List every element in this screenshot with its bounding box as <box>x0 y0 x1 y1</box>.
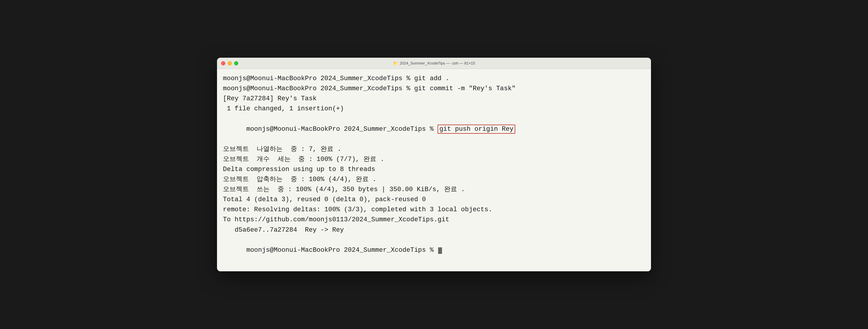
highlighted-git-command: git push origin Rey <box>438 125 515 134</box>
terminal-line-9: 오브젝트 압축하는 중 : 100% (4/4), 완료 . <box>223 175 645 185</box>
terminal-line-15: moonjs@Moonui-MacBookPro 2024_Summer_Xco… <box>223 235 645 265</box>
terminal-line-12: remote: Resolving deltas: 100% (3/3), co… <box>223 205 645 215</box>
terminal-line-6: 오브젝트 나열하는 중 : 7, 완료 . <box>223 144 645 154</box>
terminal-line-7: 오브젝트 개수 세는 중 : 100% (7/7), 완료 . <box>223 154 645 164</box>
minimize-button[interactable] <box>228 61 232 65</box>
maximize-button[interactable] <box>234 61 238 65</box>
terminal-line-4: 1 file changed, 1 insertion(+) <box>223 104 645 114</box>
terminal-line-5: moonjs@Moonui-MacBookPro 2024_Summer_Xco… <box>223 114 645 144</box>
cursor <box>438 247 442 254</box>
terminal-body[interactable]: moonjs@Moonui-MacBookPro 2024_Summer_Xco… <box>217 69 651 271</box>
terminal-window: 📁 2024_Summer_XcodeTips — -zsh — 81×15 m… <box>217 58 651 271</box>
terminal-line-13: To https://github.com/moonjs0113/2024_Su… <box>223 215 645 225</box>
folder-icon: 📁 <box>393 61 398 66</box>
terminal-line-10: 오브젝트 쓰는 중 : 100% (4/4), 350 bytes | 350.… <box>223 185 645 195</box>
close-button[interactable] <box>221 61 225 65</box>
prompt-prefix: moonjs@Moonui-MacBookPro 2024_Summer_Xco… <box>246 125 438 133</box>
window-title: 📁 2024_Summer_XcodeTips — -zsh — 81×15 <box>393 61 475 66</box>
terminal-line-2: moonjs@Moonui-MacBookPro 2024_Summer_Xco… <box>223 84 645 94</box>
terminal-line-11: Total 4 (delta 3), reused 0 (delta 0), p… <box>223 195 645 205</box>
final-prompt: moonjs@Moonui-MacBookPro 2024_Summer_Xco… <box>246 246 438 254</box>
traffic-lights <box>221 61 238 65</box>
terminal-line-3: [Rey 7a27284] Rey's Task <box>223 94 645 104</box>
titlebar: 📁 2024_Summer_XcodeTips — -zsh — 81×15 <box>217 58 651 69</box>
terminal-line-8: Delta compression using up to 8 threads <box>223 164 645 175</box>
terminal-line-14: d5a6ee7..7a27284 Rey -> Rey <box>223 225 645 235</box>
terminal-line-1: moonjs@Moonui-MacBookPro 2024_Summer_Xco… <box>223 74 645 84</box>
title-text: 2024_Summer_XcodeTips — -zsh — 81×15 <box>400 61 475 65</box>
